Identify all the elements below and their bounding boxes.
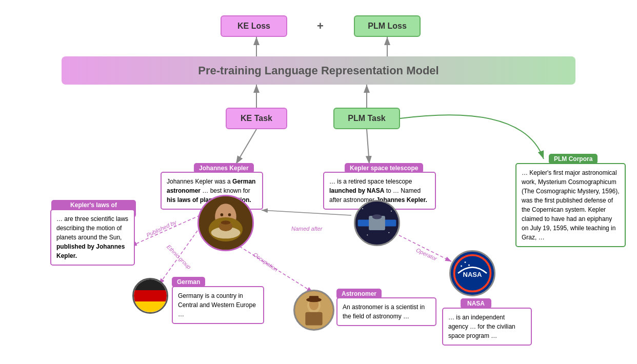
german-flag-circle xyxy=(132,278,168,314)
svg-line-4 xyxy=(236,129,256,164)
plus-sign: + xyxy=(317,19,324,33)
named-after-label: Named after xyxy=(291,226,323,232)
svg-point-27 xyxy=(362,208,363,209)
published-by-label: Published by xyxy=(145,219,177,238)
svg-rect-24 xyxy=(384,219,396,226)
svg-point-18 xyxy=(221,213,224,216)
plm-loss-box: PLM Loss xyxy=(354,15,421,37)
gradient-bar-label: Pre-training Language Representation Mod… xyxy=(198,64,439,77)
diagram: KE Loss PLM Loss + Pre-training Language… xyxy=(0,0,637,364)
german-desc: Germany is a country in Central and West… xyxy=(172,286,264,324)
svg-point-30 xyxy=(388,232,389,233)
ke-task-box: KE Task xyxy=(226,108,287,129)
svg-point-47 xyxy=(468,265,470,266)
svg-line-5 xyxy=(367,129,369,164)
svg-rect-23 xyxy=(358,219,370,226)
german-entity-label: German xyxy=(172,277,205,287)
plm-task-box: PLM Task xyxy=(333,108,400,129)
svg-point-45 xyxy=(461,266,462,267)
svg-point-19 xyxy=(228,213,231,216)
ke-loss-label: KE Loss xyxy=(237,22,270,31)
svg-point-21 xyxy=(221,220,231,225)
svg-text:NASA: NASA xyxy=(463,271,483,278)
svg-line-10 xyxy=(262,210,351,215)
nasa-desc: … is an independent agency … for the civ… xyxy=(442,308,532,346)
astronomer-circle xyxy=(293,290,334,331)
svg-point-26 xyxy=(372,214,382,219)
kepler-portrait-circle xyxy=(197,195,254,251)
kepler-telescope-circle xyxy=(354,200,400,246)
ke-task-label: KE Task xyxy=(241,114,272,123)
keplers-laws-desc: … are three scientific laws describing t… xyxy=(50,209,135,266)
svg-point-46 xyxy=(465,261,466,263)
svg-rect-41 xyxy=(309,296,319,300)
nasa-entity-label: NASA xyxy=(461,298,491,309)
astronomer-desc: An astronomer is a scientist in the fiel… xyxy=(336,297,436,326)
svg-rect-39 xyxy=(305,312,322,326)
plm-corpora-desc: … Kepler's first major astronomical work… xyxy=(515,163,626,247)
svg-line-6 xyxy=(131,215,200,246)
svg-point-28 xyxy=(391,211,392,212)
ke-loss-box: KE Loss xyxy=(221,15,287,37)
occupation-label: Occupation xyxy=(252,251,279,273)
svg-line-9 xyxy=(390,231,451,261)
ethnic-group-label: Ethnic group xyxy=(166,244,192,270)
plm-loss-label: PLM Loss xyxy=(368,22,407,31)
svg-point-29 xyxy=(367,234,368,235)
gradient-bar: Pre-training Language Representation Mod… xyxy=(62,56,575,85)
nasa-circle: NASA xyxy=(449,250,495,296)
plm-task-label: PLM Task xyxy=(348,114,386,123)
operator-label: Operator xyxy=(415,247,437,261)
plm-corpora-entity-label: PLM Corpora xyxy=(549,154,598,164)
